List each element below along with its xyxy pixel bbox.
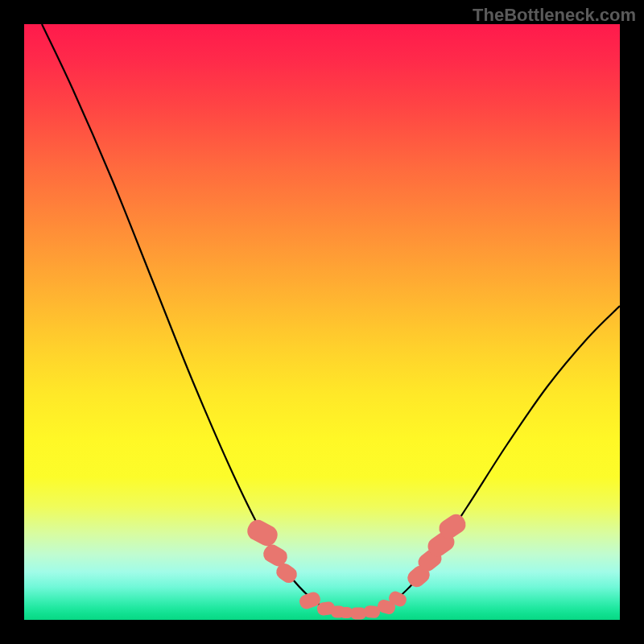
highlight-marker bbox=[244, 517, 281, 550]
highlight-markers-group bbox=[244, 511, 469, 620]
plot-area bbox=[24, 24, 620, 620]
chart-svg bbox=[24, 24, 620, 620]
watermark-text: TheBottleneck.com bbox=[473, 5, 636, 26]
chart-container: TheBottleneck.com bbox=[0, 0, 644, 644]
bottleneck-curve-path bbox=[42, 24, 620, 614]
